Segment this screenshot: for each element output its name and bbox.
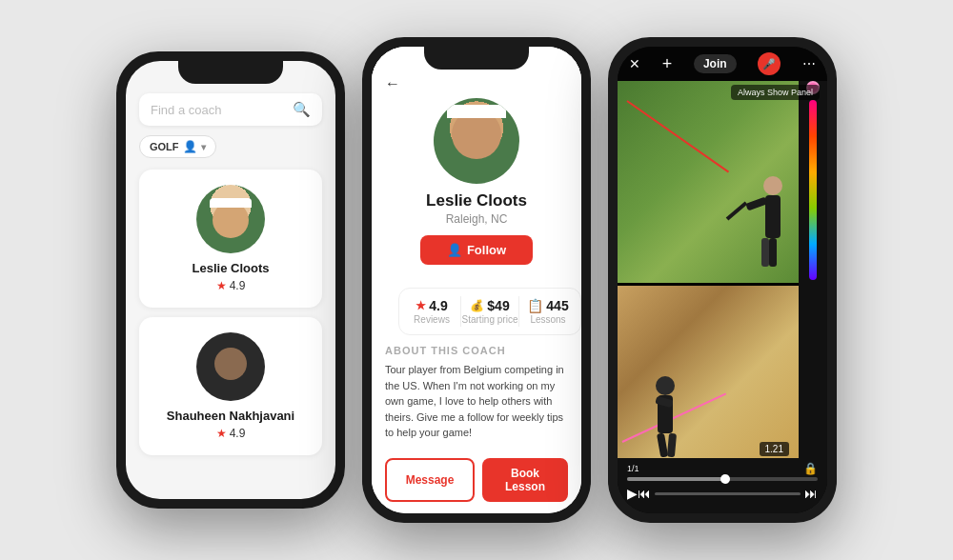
stat-price: 💰 $49 Starting price [461,296,519,327]
coach-name-leslie: Leslie Cloots [193,261,270,275]
profile-actions: Message Book Lesson [372,450,581,510]
coach-rating-shauheen: ★ 4.9 [216,427,246,440]
profile-avatar-large [434,98,519,184]
stats-row: ★ 4.9 Reviews 💰 $49 Starting price [398,288,581,335]
lock-icon[interactable]: 🔒 [803,462,818,475]
palette-bar[interactable] [809,100,817,280]
follow-person-icon: 👤 [447,243,462,257]
timeline-bar[interactable] [627,477,818,481]
search-bar[interactable]: Find a coach 🔍 [139,93,322,126]
controls-bottom-row: ▶ ⏮ ⏭ [618,481,827,505]
coach-avatar-leslie [196,185,265,253]
svg-line-5 [727,203,746,219]
phone-notch-2 [424,47,529,70]
follow-label: Follow [467,243,506,257]
play-button[interactable]: ▶ [627,486,638,501]
phone-find-coach: Find a coach 🔍 GOLF 👤 ▾ Leslie Cloots ★ [116,51,345,509]
join-button[interactable]: Join [694,54,737,73]
golfer-top-figure [718,167,794,281]
video-top-half [618,81,799,286]
search-placeholder: Find a coach [151,103,221,117]
rating-value-leslie: 4.9 [230,279,246,292]
svg-rect-2 [745,196,767,210]
video-top-bar: ✕ + Join 🎤 ⋯ [618,47,827,81]
analysis-line-top [626,100,729,172]
video-analysis-screen: ✕ + Join 🎤 ⋯ Always Show Panel [618,47,827,513]
rating-value-shauheen: 4.9 [230,427,246,440]
star-stat-icon: ★ [416,299,426,312]
stat-reviews: ★ 4.9 Reviews [403,296,461,327]
timeline-progress [627,477,722,481]
forward-button[interactable]: ⏭ [804,486,818,501]
sport-label: GOLF [150,141,179,152]
price-value: 💰 $49 [470,298,509,313]
svg-rect-10 [667,433,677,458]
always-show-panel-badge: Always Show Panel [731,85,820,100]
profile-location: Raleigh, NC [446,212,508,226]
mic-button[interactable]: 🎤 [758,52,781,75]
stat-lessons: 📋 445 Lessons [519,296,577,327]
filter-row: GOLF 👤 ▾ [139,135,322,158]
person-icon: 👤 [183,140,197,153]
svg-rect-9 [657,432,668,457]
phone-video-analysis: ✕ + Join 🎤 ⋯ Always Show Panel [608,37,837,523]
coach-rating-leslie: ★ 4.9 [216,279,246,292]
back-button[interactable]: ← [385,75,400,92]
more-button[interactable]: ⋯ [802,56,816,71]
star-icon: ★ [216,279,227,292]
rewind-button[interactable]: ⏮ [638,486,651,501]
star-icon-2: ★ [216,427,227,440]
about-title: ABOUT THIS COACH [385,345,568,356]
about-section: ABOUT THIS COACH Tour player from Belgiu… [372,345,581,450]
svg-rect-4 [761,238,769,267]
coach-profile-screen: ← Leslie Cloots Raleigh, NC 👤 Follow ★ [372,47,581,513]
close-button[interactable]: ✕ [629,56,640,71]
color-palette[interactable] [799,81,827,286]
about-text: Tour player from Belgium competing in th… [385,362,568,441]
price-label: Starting price [462,314,518,325]
lessons-icon: 📋 [527,298,543,313]
coach-name-shauheen: Shauheen Nakhjavani [167,409,294,423]
timestamp-badge: 1.21 [760,442,789,456]
scrub-bar[interactable] [655,492,801,495]
profile-header: ← Leslie Cloots Raleigh, NC 👤 Follow [372,47,581,288]
timeline-thumb[interactable] [720,474,730,484]
reviews-label: Reviews [414,314,450,325]
video-controls: 1/1 🔒 ▶ ⏮ ⏭ [618,458,827,513]
coach-card-shauheen[interactable]: Shauheen Nakhjavani ★ 4.9 [139,317,322,455]
lessons-value: 📋 445 [527,298,568,313]
message-button[interactable]: Message [385,458,475,502]
svg-rect-3 [769,238,777,267]
find-coach-screen: Find a coach 🔍 GOLF 👤 ▾ Leslie Cloots ★ [126,61,335,499]
sport-filter[interactable]: GOLF 👤 ▾ [139,135,216,158]
reviews-value: ★ 4.9 [416,298,447,313]
follow-button[interactable]: 👤 Follow [420,235,533,265]
svg-rect-1 [765,195,781,238]
coach-card-leslie[interactable]: Leslie Cloots ★ 4.9 [139,170,322,308]
lessons-label: Lessons [530,314,565,325]
phone-coach-profile: ← Leslie Cloots Raleigh, NC 👤 Follow ★ [362,37,591,523]
svg-point-0 [763,176,782,195]
chevron-down-icon: ▾ [201,142,206,152]
add-button[interactable]: + [662,54,673,74]
price-icon: 💰 [470,299,484,312]
golfer-bottom-figure [632,371,699,467]
phone-notch [178,61,283,84]
profile-name: Leslie Cloots [426,191,527,210]
search-icon[interactable]: 🔍 [293,101,311,118]
book-lesson-button[interactable]: Book Lesson [482,458,568,502]
page-indicator: 1/1 [627,464,639,473]
coach-avatar-shauheen [196,332,265,401]
svg-point-6 [656,376,675,395]
